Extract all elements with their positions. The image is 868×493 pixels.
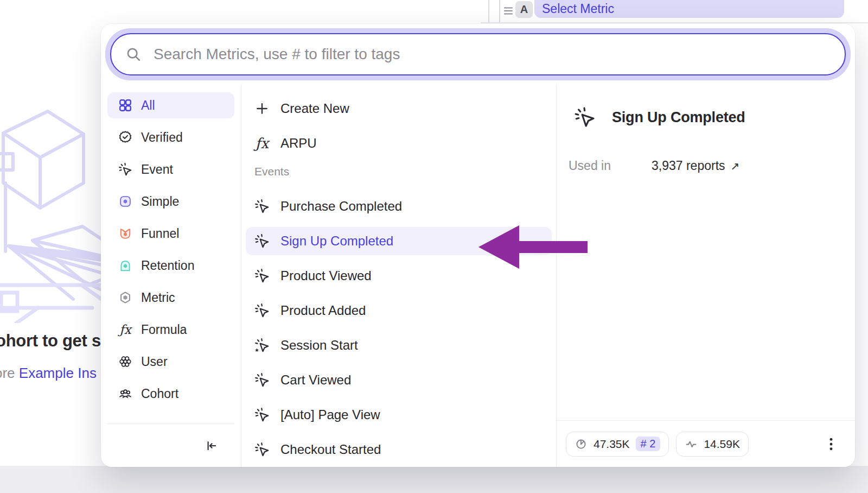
sidebar-item-label: Funnel	[141, 226, 179, 241]
total-count-chip[interactable]: 47.35K # 2	[566, 432, 669, 457]
row-label: ARPU	[280, 136, 317, 151]
pulse-icon	[685, 438, 698, 451]
row-label: Create New	[280, 101, 349, 116]
metric-list-item-purchase-completed[interactable]: Purchase Completed	[246, 192, 552, 220]
panel-divider	[488, 0, 489, 22]
event-cursor-icon	[254, 372, 270, 388]
sidebar-item-simple[interactable]: Simple	[107, 188, 234, 214]
row-label: Cart Viewed	[280, 372, 351, 388]
rank-badge: # 2	[636, 437, 661, 451]
drag-handle-icon[interactable]	[502, 5, 514, 17]
metric-detail-title: Sign Up Completed	[612, 109, 745, 126]
empty-state-heading: ohort to get s	[0, 331, 101, 351]
metric-list-item-session-start[interactable]: Session Start	[246, 331, 552, 359]
plus-icon	[254, 101, 270, 116]
event-cursor-icon	[254, 199, 270, 214]
sidebar-item-label: Event	[141, 162, 173, 177]
metric-list-item-cart-viewed[interactable]: Cart Viewed	[246, 366, 552, 394]
sidebar-item-label: Retention	[141, 258, 194, 273]
page-bottom-strip	[0, 466, 868, 493]
panel-divider	[499, 0, 500, 22]
row-label: Sign Up Completed	[280, 233, 393, 249]
metric-hexagon-icon	[118, 290, 132, 305]
series-a-badge: A	[515, 1, 533, 18]
sidebar-item-label: Formula	[141, 323, 187, 337]
sidebar-item-label: Metric	[141, 290, 175, 305]
sidebar-item-user[interactable]: User	[107, 349, 234, 375]
metric-list-item-sign-up-completed[interactable]: Sign Up Completed	[246, 227, 552, 255]
metric-list-item-auto-page-view[interactable]: [Auto] Page View	[246, 401, 552, 429]
external-link-icon: ↗	[731, 160, 740, 173]
row-label: Checkout Started	[280, 442, 381, 457]
metric-list-item-product-added[interactable]: Product Added	[246, 296, 552, 325]
metric-list-item-checkout-started[interactable]: Checkout Started	[246, 435, 552, 464]
sidebar-item-event[interactable]: Event	[107, 156, 234, 182]
search-input[interactable]	[110, 33, 846, 75]
sidebar-item-formula[interactable]: ƒx Formula	[107, 317, 234, 343]
event-cursor-icon	[574, 106, 596, 128]
search-icon	[125, 46, 142, 62]
sidebar-item-label: Verified	[141, 130, 183, 145]
event-cursor-icon	[118, 162, 132, 176]
subline-prefix: ore	[0, 365, 15, 381]
empty-state-subline: ore Example Ins	[0, 365, 97, 382]
sidebar-item-cohort[interactable]: Cohort	[107, 381, 234, 407]
event-cursor-icon	[254, 407, 270, 422]
metric-list-item-product-viewed[interactable]: Product Viewed	[246, 262, 552, 290]
row-label: Session Start	[280, 338, 358, 353]
formula-fx-icon: ƒx	[118, 323, 132, 337]
row-label: Purchase Completed	[280, 199, 402, 214]
event-cursor-icon	[254, 303, 270, 318]
detail-footer: 47.35K # 2 14.59K	[557, 420, 855, 467]
toolbar-border	[481, 22, 868, 23]
sidebar-item-funnel[interactable]: Funnel	[107, 220, 234, 246]
grid-icon	[118, 98, 132, 112]
sidebar-item-metric[interactable]: Metric	[107, 285, 234, 311]
pie-chart-icon	[575, 438, 588, 451]
chip-value: 47.35K	[593, 438, 630, 451]
row-label: Product Added	[280, 303, 366, 318]
sidebar-footer	[107, 424, 234, 467]
cohort-people-icon	[118, 387, 132, 401]
metric-list: Create New ƒx ARPU Events Purchase Compl…	[241, 85, 556, 467]
sidebar-item-label: User	[141, 355, 168, 369]
event-cursor-icon	[254, 268, 270, 283]
event-cursor-icon	[254, 233, 270, 249]
filter-sidebar: All Verified Event Simple Funnel	[101, 85, 241, 467]
create-new-button[interactable]: Create New	[246, 94, 552, 123]
events-section-header: Events	[254, 164, 556, 179]
collapse-sidebar-button[interactable]	[202, 437, 220, 455]
session-start-cursor-icon	[254, 338, 270, 353]
example-insights-link[interactable]: Example Ins	[19, 365, 97, 381]
metric-detail-panel: Sign Up Completed Used in 3,937 reports …	[556, 85, 855, 467]
search-bar	[105, 28, 851, 80]
event-cursor-icon	[254, 442, 270, 457]
metric-list-item-arpu[interactable]: ƒx ARPU	[246, 129, 552, 157]
sidebar-item-retention[interactable]: Retention	[107, 252, 234, 279]
collapse-left-icon	[204, 439, 218, 453]
more-options-button[interactable]	[821, 434, 841, 454]
simple-square-icon	[118, 194, 132, 208]
reports-link[interactable]: 3,937 reports ↗	[652, 159, 739, 173]
sidebar-item-label: Simple	[141, 194, 179, 209]
sidebar-item-verified[interactable]: Verified	[107, 124, 234, 150]
sidebar-item-all[interactable]: All	[107, 92, 234, 118]
row-label: [Auto] Page View	[280, 407, 380, 422]
formula-fx-icon: ƒx	[254, 135, 270, 151]
row-label: Product Viewed	[280, 268, 372, 283]
reports-count: 3,937 reports	[652, 159, 725, 173]
sidebar-item-label: All	[141, 98, 155, 113]
activity-count-chip[interactable]: 14.59K	[676, 432, 749, 457]
sidebar-item-label: Cohort	[141, 387, 178, 401]
select-metric-dialog: All Verified Event Simple Funnel	[101, 24, 855, 467]
kebab-menu-icon	[824, 437, 839, 452]
select-metric-field[interactable]: Select Metric	[534, 0, 844, 18]
retention-arch-icon	[118, 258, 132, 273]
verified-seal-icon	[118, 130, 132, 144]
screen: ohort to get s ore Example Ins A Select …	[0, 0, 868, 493]
user-cluster-icon	[118, 355, 132, 369]
chip-value: 14.59K	[704, 438, 740, 451]
funnel-icon	[118, 226, 132, 241]
used-in-label: Used in	[569, 159, 652, 173]
